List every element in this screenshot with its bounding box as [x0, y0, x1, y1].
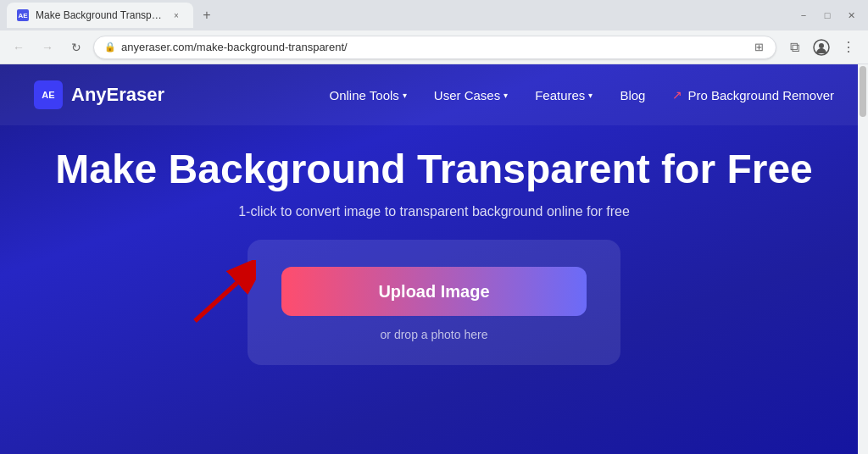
- chevron-down-icon: ▾: [588, 91, 593, 100]
- forward-button[interactable]: →: [36, 36, 59, 59]
- url-bar[interactable]: 🔒 anyeraser.com/make-background-transpar…: [93, 36, 776, 59]
- back-button[interactable]: ←: [7, 36, 31, 59]
- nav-features[interactable]: Features ▾: [535, 88, 593, 102]
- scrollbar-track[interactable]: [858, 64, 868, 454]
- window-controls: − □ ✕: [793, 5, 861, 25]
- website-content: AE AnyEraser Online Tools ▾ User Cases ▾…: [0, 64, 868, 454]
- chevron-down-icon: ▾: [403, 91, 407, 100]
- url-right-icons: ⊞: [753, 39, 765, 55]
- logo-text: AnyEraser: [71, 84, 164, 106]
- close-button[interactable]: ✕: [841, 5, 861, 25]
- pro-icon: ↗: [672, 88, 682, 102]
- nav-online-tools[interactable]: Online Tools ▾: [330, 88, 407, 102]
- browser-chrome: AE Make Background Transparen × + − □ ✕ …: [0, 0, 868, 64]
- minimize-button[interactable]: −: [793, 5, 814, 25]
- logo[interactable]: AE AnyEraser: [34, 80, 164, 109]
- tab-title: Make Background Transparen: [36, 9, 163, 21]
- chevron-down-icon: ▾: [504, 91, 508, 100]
- url-text: anyeraser.com/make-background-transparen…: [121, 41, 748, 53]
- tabs-area: AE Make Background Transparen × +: [7, 3, 217, 28]
- profile-button[interactable]: [809, 35, 834, 60]
- svg-point-1: [819, 43, 824, 48]
- tab-close-button[interactable]: ×: [170, 8, 183, 22]
- browser-right-icons: ⧉ ⋮: [782, 35, 861, 60]
- nav-user-cases[interactable]: User Cases ▾: [434, 88, 508, 102]
- navbar: AE AnyEraser Online Tools ▾ User Cases ▾…: [0, 64, 868, 125]
- title-bar: AE Make Background Transparen × + − □ ✕: [0, 0, 868, 30]
- active-tab[interactable]: AE Make Background Transparen ×: [7, 3, 193, 28]
- more-button[interactable]: ⋮: [836, 35, 861, 60]
- address-bar: ← → ↻ 🔒 anyeraser.com/make-background-tr…: [0, 30, 868, 64]
- hero-section: Make Background Transparent for Free 1-c…: [0, 125, 868, 365]
- translate-icon[interactable]: ⊞: [753, 39, 765, 55]
- new-tab-button[interactable]: +: [197, 5, 217, 25]
- hero-subtitle: 1-click to convert image to transparent …: [238, 204, 630, 219]
- tab-favicon: AE: [17, 9, 29, 21]
- lock-icon: 🔒: [104, 42, 116, 53]
- arrow-decoration: [180, 260, 256, 340]
- split-screen-button[interactable]: ⧉: [782, 35, 807, 60]
- drop-text: or drop a photo here: [381, 328, 488, 341]
- logo-icon: AE: [34, 80, 63, 109]
- refresh-button[interactable]: ↻: [64, 36, 88, 59]
- maximize-button[interactable]: □: [817, 5, 837, 25]
- scrollbar-thumb[interactable]: [860, 66, 866, 117]
- upload-image-button[interactable]: Upload Image: [281, 267, 587, 316]
- upload-area: Upload Image or drop a photo here: [248, 240, 620, 365]
- nav-pro-button[interactable]: ↗ Pro Background Remover: [672, 88, 834, 102]
- nav-links: Online Tools ▾ User Cases ▾ Features ▾ B…: [330, 88, 834, 102]
- nav-blog[interactable]: Blog: [620, 88, 645, 102]
- hero-title: Make Background Transparent for Free: [55, 146, 813, 192]
- svg-line-3: [195, 283, 237, 321]
